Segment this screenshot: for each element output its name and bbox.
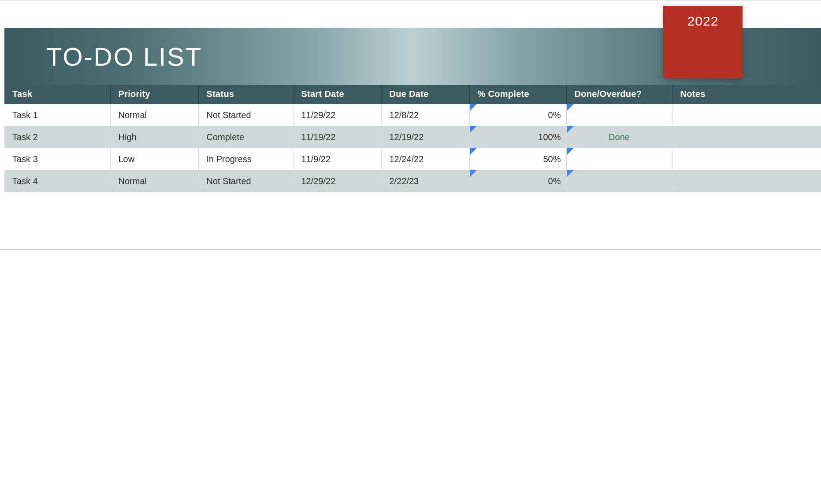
cell-due-date[interactable]: 12/24/22 (381, 148, 469, 170)
banner-wrap: TO-DO LIST 2022 (0, 0, 821, 84)
cell-pct-complete[interactable]: 50% (469, 148, 566, 170)
cell-notes[interactable] (672, 104, 821, 126)
cell-done-overdue[interactable] (566, 104, 672, 126)
cell-priority[interactable]: Normal (110, 170, 198, 192)
year-tab: 2022 (663, 6, 743, 78)
cell-pct-complete[interactable]: 0% (469, 104, 566, 126)
table-row: Task 2 High Complete 11/19/22 12/19/22 1… (4, 126, 821, 148)
col-header-priority[interactable]: Priority (110, 84, 198, 104)
cell-pct-complete[interactable]: 0% (469, 170, 566, 192)
col-header-notes[interactable]: Notes (672, 84, 821, 104)
cell-priority[interactable]: Low (110, 148, 198, 170)
cell-status[interactable]: Not Started (198, 104, 293, 126)
cell-task[interactable]: Task 1 (4, 104, 110, 126)
cell-due-date[interactable]: 12/19/22 (381, 126, 469, 148)
cell-start-date[interactable]: 12/29/22 (293, 170, 381, 192)
todo-table-container: Task Priority Status Start Date Due Date… (4, 84, 821, 192)
cell-task[interactable]: Task 2 (4, 126, 110, 148)
col-header-pct-complete[interactable]: % Complete (469, 84, 566, 104)
cell-priority[interactable]: Normal (110, 104, 198, 126)
col-header-task[interactable]: Task (4, 84, 110, 104)
page-title: TO-DO LIST (46, 42, 202, 71)
col-header-due-date[interactable]: Due Date (381, 84, 469, 104)
cell-notes[interactable] (672, 170, 821, 192)
cell-task[interactable]: Task 3 (4, 148, 110, 170)
col-header-start-date[interactable]: Start Date (293, 84, 381, 104)
cell-pct-complete[interactable]: 100% (469, 126, 566, 148)
cell-status[interactable]: In Progress (198, 148, 293, 170)
col-header-done-overdue[interactable]: Done/Overdue? (566, 84, 672, 104)
col-header-status[interactable]: Status (198, 84, 293, 104)
cell-done-overdue[interactable] (566, 170, 672, 192)
cell-due-date[interactable]: 2/22/23 (381, 170, 469, 192)
cell-start-date[interactable]: 11/19/22 (293, 126, 381, 148)
table-row: Task 1 Normal Not Started 11/29/22 12/8/… (4, 104, 821, 126)
cell-task[interactable]: Task 4 (4, 170, 110, 192)
cell-notes[interactable] (672, 148, 821, 170)
cell-notes[interactable] (672, 126, 821, 148)
page-container: TO-DO LIST 2022 Task Priority Status Sta… (0, 0, 821, 250)
cell-priority[interactable]: High (110, 126, 198, 148)
cell-due-date[interactable]: 12/8/22 (381, 104, 469, 126)
table-row: Task 4 Normal Not Started 12/29/22 2/22/… (4, 170, 821, 192)
cell-status[interactable]: Complete (198, 126, 293, 148)
cell-done-overdue[interactable]: Done (566, 126, 672, 148)
cell-start-date[interactable]: 11/9/22 (293, 148, 381, 170)
table-row: Task 3 Low In Progress 11/9/22 12/24/22 … (4, 148, 821, 170)
cell-done-overdue[interactable] (566, 148, 672, 170)
cell-status[interactable]: Not Started (198, 170, 293, 192)
table-header-row: Task Priority Status Start Date Due Date… (4, 84, 821, 104)
cell-start-date[interactable]: 11/29/22 (293, 104, 381, 126)
todo-table: Task Priority Status Start Date Due Date… (4, 84, 821, 192)
